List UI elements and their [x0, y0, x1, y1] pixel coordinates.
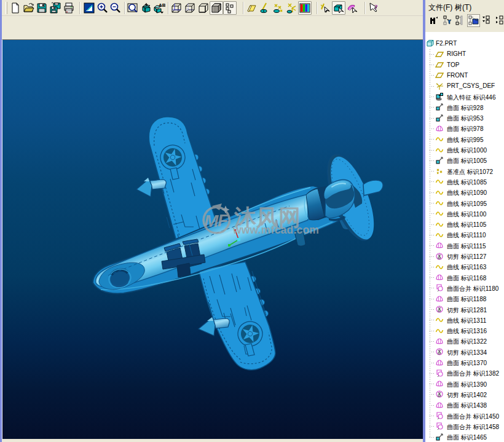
svg-text:AB: AB — [159, 2, 165, 8]
svg-text:?: ? — [374, 3, 378, 10]
